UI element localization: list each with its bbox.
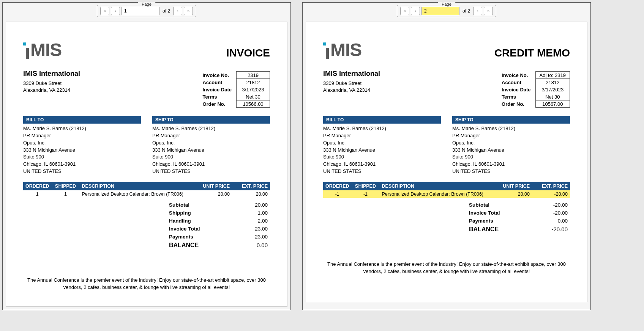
total-label: BALANCE [169,242,230,249]
company-address-2: Alexandria, VA 22314 [23,87,80,94]
total-value: -20.00 [530,226,568,233]
meta-label: Order No. [202,100,236,108]
total-label: Subtotal [169,202,230,208]
meta-label: Account [502,79,535,86]
address-line: Opus, Inc. [323,140,441,147]
total-label: Handling [169,218,230,224]
cell-description: Personalized Desktop Calendar: Brown (FR… [80,190,194,198]
total-row: Invoice Total23.00 [23,225,270,233]
address-line: UNITED STATES [452,168,570,175]
address-line: PR Manager [323,132,441,140]
company-name: iMIS International [323,70,380,78]
page-scroll[interactable]: MIS INVOICE iMIS International 3309 Duke… [3,19,290,310]
total-value: 20.00 [230,202,268,208]
total-value: 2.00 [230,218,268,224]
col-ordered: ORDERED [23,182,52,190]
address-line: Chicago, IL 60601-3901 [323,161,441,168]
company-block: iMIS International 3309 Duke Street Alex… [323,70,380,108]
meta-value: Adj to: 2319 [535,72,570,79]
address-line: 333 N Michigan Avenue [323,147,441,154]
page-number-input[interactable] [122,7,159,15]
pager: « ‹ of 2 › » [397,5,496,17]
company-address-2: Alexandria, VA 22314 [323,87,380,94]
logo-dot-icon [323,42,326,45]
col-shipped: SHIPPED [52,182,80,190]
next-page-button[interactable]: › [473,7,482,15]
total-row: Payments23.00 [23,233,270,241]
address-line: PR Manager [23,132,141,140]
total-label: BALANCE [469,226,530,233]
page-of-label: of 2 [461,8,472,14]
address-line: Ms. Marie S. Barnes (21812) [152,125,270,132]
address-line: Ms. Marie S. Barnes (21812) [452,125,570,132]
address-line: Chicago, IL 60601-3901 [152,161,270,168]
footer-note: The Annual Conference is the premier eve… [323,260,570,275]
ship-to-block: SHIP TO Ms. Marie S. Barnes (21812)PR Ma… [452,116,570,175]
bill-to-block: BILL TO Ms. Marie S. Barnes (21812)PR Ma… [323,116,441,175]
meta-value: 21812 [535,79,570,86]
col-unit-price: UNIT PRICE [494,182,532,190]
prev-page-button[interactable]: ‹ [111,7,120,15]
address-line: UNITED STATES [152,168,270,175]
address-line: Ms. Marie S. Barnes (21812) [23,125,141,132]
bill-to-block: BILL TO Ms. Marie S. Barnes (21812)PR Ma… [23,116,141,175]
col-ext-price: EXT. PRICE [232,182,270,190]
prev-page-button[interactable]: ‹ [411,7,420,15]
total-label: Payments [169,234,230,240]
meta-label: Order No. [502,100,535,108]
logo-stem-icon [26,48,29,59]
col-description: DESCRIPTION [380,182,494,190]
meta-value: 10567.00 [535,100,570,108]
meta-value: Net 30 [535,93,570,100]
meta-label: Invoice Date [202,86,236,93]
meta-value: Net 30 [237,93,270,100]
total-value: 1.00 [230,210,268,216]
meta-value: 2319 [237,72,270,79]
meta-value: 3/17/2023 [237,86,270,93]
last-page-button[interactable]: » [484,7,493,15]
bill-to-body: Ms. Marie S. Barnes (21812)PR ManagerOpu… [23,124,141,175]
meta-value: 3/17/2023 [535,86,570,93]
total-row: Shipping1.00 [23,209,270,217]
total-value: -20.00 [530,210,568,216]
address-line: Chicago, IL 60601-3901 [452,161,570,168]
total-value: 0.00 [230,242,268,249]
address-line: 333 N Michigan Avenue [452,147,570,154]
imis-logo: MIS [23,41,62,59]
logo-text: MIS [330,41,361,59]
cell-description: Personalized Desktop Calendar: Brown (FR… [380,190,494,198]
cell-shipped: -1 [352,190,380,198]
total-label: Invoice Total [169,226,230,232]
total-row: Payments0.00 [323,217,570,225]
total-label: Invoice Total [469,210,530,216]
total-value: 0.00 [530,218,568,224]
address-line: UNITED STATES [23,168,141,175]
meta-value: 21812 [237,79,270,86]
address-line: Ms. Marie S. Barnes (21812) [323,125,441,132]
balance-row: BALANCE0.00 [23,241,270,250]
last-page-button[interactable]: » [184,7,193,15]
ship-to-body: Ms. Marie S. Barnes (21812)PR ManagerOpu… [452,124,570,175]
document-title: INVOICE [226,47,270,59]
cell-ext-price: 20.00 [232,190,270,198]
address-line: UNITED STATES [323,168,441,175]
line-items-table: ORDERED SHIPPED DESCRIPTION UNIT PRICE E… [23,182,270,198]
meta-label: Terms [202,93,236,100]
report-viewer-left: Page « ‹ of 2 › » MIS INVOICE iMIS Inter… [2,2,291,310]
first-page-button[interactable]: « [100,7,109,15]
invoice-meta: Invoice No.2319Account21812Invoice Date3… [202,71,270,108]
first-page-button[interactable]: « [400,7,409,15]
col-shipped: SHIPPED [352,182,380,190]
address-line: Opus, Inc. [23,140,141,147]
total-value: 23.00 [230,234,268,240]
next-page-button[interactable]: › [173,7,182,15]
invoice-meta-table: Invoice No.Adj to: 2319Account21812Invoi… [502,71,570,108]
cell-unit-price: 20.00 [494,190,532,198]
logo-text: MIS [30,41,62,59]
logo-stem-icon [326,48,329,59]
address-line: 333 N Michigan Avenue [23,147,141,154]
page-scroll[interactable]: MIS CREDIT MEMO iMIS International 3309 … [303,19,590,310]
line-item-row: -1-1Personalized Desktop Calendar: Brown… [323,190,570,198]
address-line: 333 N Michigan Avenue [152,147,270,154]
page-number-input[interactable] [421,7,459,15]
